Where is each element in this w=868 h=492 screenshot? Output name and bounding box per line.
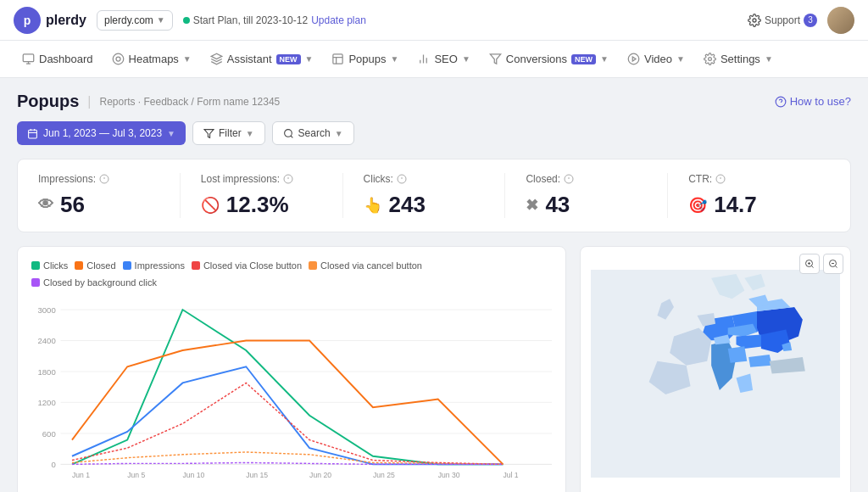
help-icon <box>775 96 787 108</box>
svg-marker-12 <box>490 54 501 64</box>
legend-impressions-label: Impressions <box>135 260 185 271</box>
topbar: p plerdy plerdy.com ▼ Start Plan, till 2… <box>0 0 868 41</box>
legend-dot-closed <box>75 261 83 270</box>
logo-text: plerdy <box>46 13 86 28</box>
how-to-use-label: How to use? <box>790 95 851 108</box>
user-avatar[interactable] <box>827 7 854 34</box>
svg-text:Jul 1: Jul 1 <box>503 471 518 479</box>
date-range-button[interactable]: Jun 1, 2023 — Jul 3, 2023 ▼ <box>17 121 186 145</box>
zoom-out-button[interactable] <box>823 254 843 274</box>
domain-selector[interactable]: plerdy.com ▼ <box>97 10 173 31</box>
info-icon <box>564 174 574 184</box>
svg-point-13 <box>628 53 639 64</box>
svg-point-4 <box>113 53 124 64</box>
date-range-label: Jun 1, 2023 — Jul 3, 2023 <box>43 127 162 139</box>
svg-text:Jun 15: Jun 15 <box>246 471 268 479</box>
legend-dot-close-btn <box>192 261 200 270</box>
svg-text:Jun 25: Jun 25 <box>373 471 395 479</box>
legend-impressions: Impressions <box>123 260 185 271</box>
ai-icon <box>210 53 223 65</box>
legend-closed-cancel-label: Closed via cancel button <box>320 260 422 271</box>
filter-icon <box>203 128 214 139</box>
info-icon <box>715 174 726 184</box>
nav-item-assistant[interactable]: Assistant NEW ▼ <box>202 48 322 70</box>
legend-dot-clicks <box>31 261 40 270</box>
svg-text:Jun 20: Jun 20 <box>309 471 331 479</box>
eye-icon: 👁 <box>38 196 53 214</box>
legend-closed-via-close: Closed via Close button <box>192 260 302 271</box>
nav-assistant-label: Assistant <box>227 53 272 65</box>
how-to-use-link[interactable]: How to use? <box>775 95 851 108</box>
stat-clicks: Clicks: 👆 243 <box>343 173 506 218</box>
stats-row: Impressions: 👁 56 Lost impressions: 🚫 12… <box>17 159 851 232</box>
stat-lost-impressions: Lost impressions: 🚫 12.3% <box>181 173 343 218</box>
search-button[interactable]: Search ▼ <box>272 121 354 145</box>
legend-clicks-label: Clicks <box>43 260 68 271</box>
stat-lost-value: 🚫 12.3% <box>201 192 322 218</box>
zoom-in-icon <box>804 259 815 269</box>
svg-text:2400: 2400 <box>37 336 55 345</box>
legend-closed-via-cancel: Closed via cancel button <box>309 260 422 271</box>
stat-ctr-value: 🎯 14.7 <box>688 192 810 218</box>
svg-text:Jun 5: Jun 5 <box>127 471 145 479</box>
plan-status-dot <box>183 17 190 24</box>
svg-point-15 <box>709 58 712 61</box>
main-chart: Clicks Closed Impressions Closed via Clo… <box>17 246 566 492</box>
filter-bar: Jun 1, 2023 — Jul 3, 2023 ▼ Filter ▼ Sea… <box>17 121 851 145</box>
info-icon <box>283 174 293 184</box>
cursor-icon: 👆 <box>364 196 382 215</box>
popup-icon <box>331 53 344 65</box>
topbar-right: Support 3 <box>748 7 854 34</box>
nav-item-heatmaps[interactable]: Heatmaps ▼ <box>103 48 200 70</box>
filter-button[interactable]: Filter ▼ <box>192 121 265 145</box>
chevron-down-icon: ▼ <box>183 54 192 64</box>
legend-closed-bg: Closed by background click <box>31 277 157 288</box>
nav-video-label: Video <box>644 53 672 65</box>
nav-dashboard-label: Dashboard <box>39 53 93 65</box>
map-controls <box>799 254 843 274</box>
chevron-down-icon: ▼ <box>167 129 175 138</box>
support-button[interactable]: Support 3 <box>748 14 817 27</box>
nav-item-dashboard[interactable]: Dashboard <box>14 48 102 70</box>
nav-item-video[interactable]: Video ▼ <box>619 48 693 70</box>
stat-ctr: CTR: 🎯 14.7 <box>668 173 830 218</box>
close-icon: ✖ <box>526 196 538 215</box>
gear-icon <box>748 14 761 27</box>
chevron-down-icon: ▼ <box>246 129 254 138</box>
logo-icon: p <box>14 7 41 34</box>
chevron-down-icon: ▼ <box>462 54 470 64</box>
legend-clicks: Clicks <box>31 260 68 271</box>
chart-legend: Clicks Closed Impressions Closed via Clo… <box>31 260 552 288</box>
chevron-down-icon: ▼ <box>765 54 773 64</box>
chevron-down-icon: ▼ <box>305 54 314 64</box>
legend-closed-close-label: Closed via Close button <box>203 260 302 271</box>
svg-line-65 <box>835 266 837 267</box>
update-plan-link[interactable]: Update plan <box>311 14 366 26</box>
nav-item-seo[interactable]: SEO ▼ <box>409 48 478 70</box>
legend-closed-label: Closed <box>86 260 115 271</box>
plan-text: Start Plan, till 2023-10-12 <box>193 14 308 26</box>
legend-dot-bg <box>31 278 40 287</box>
svg-marker-14 <box>632 57 636 61</box>
svg-text:1800: 1800 <box>37 367 55 377</box>
nav-item-settings[interactable]: Settings ▼ <box>695 48 782 70</box>
funnel-icon <box>489 53 502 65</box>
page-title: Popups <box>17 92 79 111</box>
navbar: Dashboard Heatmaps ▼ Assistant NEW ▼ Pop… <box>0 41 868 78</box>
zoom-out-icon <box>828 259 838 269</box>
chevron-down-icon: ▼ <box>391 54 399 64</box>
title-separator: | <box>87 94 91 109</box>
nav-seo-label: SEO <box>434 53 457 65</box>
svg-rect-1 <box>23 54 34 62</box>
logo[interactable]: p plerdy <box>14 7 86 34</box>
nav-settings-label: Settings <box>721 53 760 65</box>
svg-text:3000: 3000 <box>37 305 55 315</box>
nav-item-conversions[interactable]: Conversions NEW ▼ <box>481 48 617 70</box>
zoom-in-button[interactable] <box>799 254 820 274</box>
nav-item-popups[interactable]: Popups ▼ <box>323 48 407 70</box>
no-eye-icon: 🚫 <box>201 196 220 215</box>
legend-dot-impressions <box>123 261 131 270</box>
support-label: Support <box>765 14 800 26</box>
charts-grid: Clicks Closed Impressions Closed via Clo… <box>17 246 851 492</box>
play-icon <box>627 53 640 65</box>
